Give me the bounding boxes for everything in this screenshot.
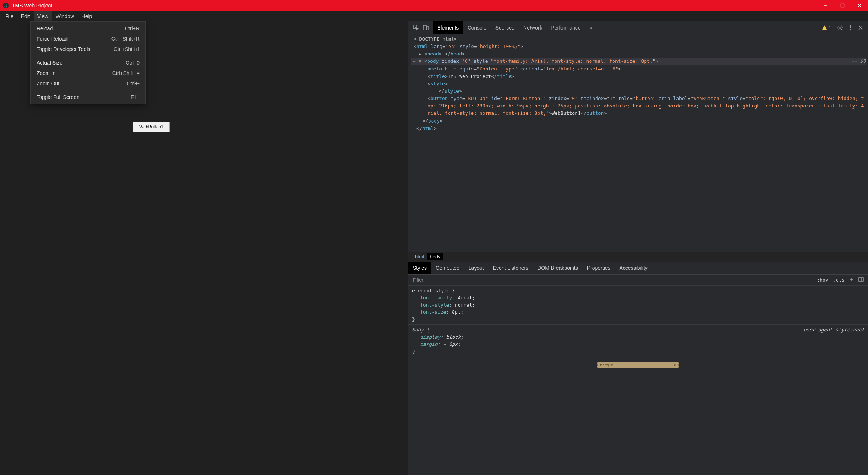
- svg-point-8: [850, 25, 851, 26]
- tab-console[interactable]: Console: [463, 21, 491, 34]
- toggle-sidebar-icon[interactable]: [856, 277, 866, 283]
- svg-rect-15: [859, 278, 863, 281]
- cls-toggle[interactable]: .cls: [831, 277, 847, 283]
- inspect-icon[interactable]: [411, 24, 421, 32]
- style-rule-body[interactable]: user agent stylesheet body { display: bl…: [408, 325, 868, 357]
- app-viewport: ReloadCtrl+R Force ReloadCtrl+Shift+R To…: [0, 21, 408, 475]
- tab-more[interactable]: »: [585, 21, 597, 34]
- crumb-html[interactable]: html: [412, 253, 427, 260]
- selected-indicator: == $0: [851, 58, 866, 65]
- menu-actual-size[interactable]: Actual SizeCtrl+0: [31, 58, 145, 68]
- dom-button[interactable]: <button type="BUTTON" id="TForm1_Button1…: [411, 95, 866, 117]
- dom-body-open[interactable]: ⋯ ▼ <body zindex="0" style="font-family:…: [411, 58, 866, 65]
- subtab-event-listeners[interactable]: Event Listeners: [488, 262, 533, 274]
- subtab-dom-breakpoints[interactable]: DOM Breakpoints: [533, 262, 582, 274]
- menu-edit[interactable]: Edit: [17, 11, 34, 21]
- dom-html-open[interactable]: <html lang="en" style="height: 100%;">: [411, 43, 866, 50]
- dom-meta[interactable]: <meta http-equiv="Content-type" content=…: [411, 65, 866, 73]
- svg-rect-1: [841, 4, 844, 7]
- minimize-button[interactable]: [817, 0, 834, 11]
- svg-point-9: [850, 27, 851, 28]
- dom-body-close[interactable]: </body>: [411, 117, 866, 125]
- subtab-layout[interactable]: Layout: [464, 262, 488, 274]
- svg-rect-6: [427, 27, 429, 30]
- styles-subtabs: Styles Computed Layout Event Listeners D…: [408, 262, 868, 275]
- devtools-close-icon[interactable]: [855, 25, 866, 31]
- menu-separator: [31, 90, 145, 90]
- window-title: TMS Web Project: [12, 3, 817, 8]
- web-button-1[interactable]: WebButton1: [133, 122, 170, 132]
- titlebar: ◎ TMS Web Project: [0, 0, 868, 11]
- dom-head[interactable]: ▸ <head>…</head>: [411, 50, 866, 58]
- subtab-styles[interactable]: Styles: [408, 262, 431, 274]
- styles-panel[interactable]: element.style { font-family: Arial; font…: [408, 286, 868, 475]
- styles-filter-input[interactable]: [411, 276, 814, 284]
- menu-file[interactable]: File: [1, 11, 17, 21]
- tab-sources[interactable]: Sources: [491, 21, 519, 34]
- style-rule-element[interactable]: element.style { font-family: Arial; font…: [408, 286, 868, 325]
- menu-zoom-in[interactable]: Zoom InCtrl+Shift+=: [31, 68, 145, 78]
- tab-elements[interactable]: Elements: [433, 21, 463, 34]
- elements-tree[interactable]: <!DOCTYPE html> <html lang="en" style="h…: [408, 34, 868, 252]
- crumb-body[interactable]: body: [427, 253, 443, 260]
- dom-doctype: <!DOCTYPE html>: [414, 36, 457, 42]
- close-button[interactable]: [851, 0, 868, 11]
- subtab-accessibility[interactable]: Accessibility: [615, 262, 652, 274]
- subtab-properties[interactable]: Properties: [583, 262, 615, 274]
- app-icon: ◎: [3, 3, 9, 8]
- menu-zoom-out[interactable]: Zoom OutCtrl+-: [31, 78, 145, 89]
- dom-html-close[interactable]: </html>: [411, 125, 866, 132]
- maximize-button[interactable]: [834, 0, 851, 11]
- menu-window[interactable]: Window: [52, 11, 78, 21]
- box-model: margin8: [408, 357, 868, 368]
- menu-separator: [31, 56, 145, 56]
- gear-icon[interactable]: [835, 25, 845, 31]
- menu-toggle-fullscreen[interactable]: Toggle Full ScreenF11: [31, 92, 145, 102]
- menu-view[interactable]: View: [34, 11, 52, 21]
- subtab-computed[interactable]: Computed: [431, 262, 464, 274]
- tab-performance[interactable]: Performance: [546, 21, 585, 34]
- warnings-badge[interactable]: 1: [822, 25, 831, 30]
- view-dropdown: ReloadCtrl+R Force ReloadCtrl+Shift+R To…: [30, 21, 146, 104]
- device-toggle-icon[interactable]: [421, 24, 431, 32]
- menubar: File Edit View Window Help: [0, 11, 868, 21]
- devtools: Elements Console Sources Network Perform…: [408, 21, 868, 475]
- dom-title[interactable]: <title>TMS Web Project</title>: [411, 73, 866, 80]
- breadcrumb: html body: [408, 252, 868, 262]
- menu-reload[interactable]: ReloadCtrl+R: [31, 23, 145, 34]
- svg-rect-5: [423, 25, 426, 30]
- menu-force-reload[interactable]: Force ReloadCtrl+Shift+R: [31, 34, 145, 44]
- menu-toggle-devtools[interactable]: Toggle Developer ToolsCtrl+Shift+I: [31, 44, 145, 54]
- tab-network[interactable]: Network: [519, 21, 546, 34]
- svg-point-7: [839, 27, 841, 28]
- styles-filterbar: :hov .cls: [408, 275, 868, 286]
- new-style-rule-icon[interactable]: [847, 277, 856, 283]
- kebab-icon[interactable]: [845, 25, 855, 31]
- hov-toggle[interactable]: :hov: [814, 277, 830, 283]
- svg-point-10: [850, 29, 851, 30]
- dom-style-close[interactable]: </style>: [411, 87, 866, 95]
- dom-style-open[interactable]: <style>: [411, 80, 866, 87]
- menu-help[interactable]: Help: [78, 11, 96, 21]
- ua-stylesheet-label: user agent stylesheet: [804, 326, 864, 334]
- devtools-toolbar: Elements Console Sources Network Perform…: [408, 21, 868, 34]
